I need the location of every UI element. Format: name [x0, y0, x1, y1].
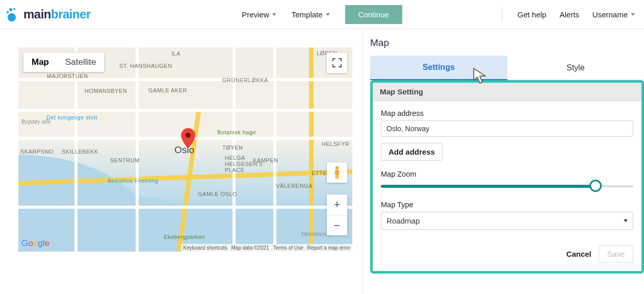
- svg-rect-7: [336, 175, 337, 179]
- template-label: Template: [292, 10, 323, 19]
- svg-point-1: [7, 11, 9, 13]
- map-poi-link[interactable]: Akershus Festning: [108, 178, 159, 184]
- panel-title: Map: [370, 37, 644, 48]
- map-label: HELGA HELGESEN'S PLACE: [225, 155, 263, 173]
- cancel-button[interactable]: Cancel: [566, 250, 591, 258]
- get-help-link[interactable]: Get help: [518, 10, 547, 19]
- map-type-toggle: Map Satellite: [23, 53, 104, 72]
- map-label: SENTRUM: [110, 157, 140, 163]
- logo[interactable]: mainbrainer: [5, 7, 91, 22]
- slider-fill: [381, 185, 596, 188]
- chevron-down-icon: [326, 13, 330, 16]
- logo-mark-icon: [5, 7, 20, 22]
- pegman-button[interactable]: [327, 162, 347, 183]
- map-label: ST. HANSHAUGEN: [119, 63, 172, 69]
- terms-link[interactable]: Terms of Use: [273, 245, 303, 251]
- slider-thumb[interactable]: [589, 180, 602, 192]
- topbar: mainbrainer Preview Template Continue Ge…: [0, 0, 644, 29]
- map-data-label: Map data ©2021: [231, 245, 269, 251]
- map-settings-box: Map Setting Map address Add address Map …: [370, 80, 644, 274]
- divider: [502, 7, 502, 21]
- fullscreen-button[interactable]: [327, 53, 347, 73]
- map-label: HOMANSBYEN: [85, 88, 127, 94]
- map-label: ILA: [171, 51, 181, 57]
- zoom-control: + −: [327, 194, 347, 235]
- map-footer: Keyboard shortcuts Map data ©2021 Terms …: [181, 244, 352, 252]
- map-label: TØYEN: [222, 144, 243, 151]
- map-tab-satellite[interactable]: Satellite: [57, 53, 104, 72]
- username-dropdown[interactable]: Username: [593, 10, 635, 19]
- map-label: MAJORSTUEN: [47, 73, 88, 79]
- map-poi-link[interactable]: Ekebergparken: [164, 234, 205, 240]
- map-tab-map[interactable]: Map: [23, 53, 57, 72]
- chevron-down-icon: [624, 219, 628, 222]
- template-dropdown[interactable]: Template: [292, 10, 330, 19]
- pegman-icon: [332, 166, 342, 179]
- logo-text-brainer: brainer: [51, 7, 91, 21]
- google-logo: Google: [21, 238, 49, 249]
- add-address-button[interactable]: Add address: [381, 143, 443, 161]
- map-label: VÅLERENGA: [276, 183, 313, 189]
- map-marker-icon[interactable]: [181, 128, 195, 151]
- map-widget[interactable]: ILA ST. HANSHAUGEN GRÜNERLØKKA MAJORSTUE…: [18, 47, 352, 252]
- report-error-link[interactable]: Report a map error: [307, 245, 350, 251]
- map-type-select[interactable]: Roadmap: [381, 212, 633, 230]
- map-address-label: Map address: [381, 109, 633, 117]
- username-label: Username: [593, 10, 628, 19]
- tab-style[interactable]: Style: [507, 56, 645, 80]
- section-heading: Map Setting: [373, 83, 641, 101]
- map-pane: ILA ST. HANSHAUGEN GRÜNERLØKKA MAJORSTUE…: [0, 29, 363, 294]
- keyboard-shortcuts-link[interactable]: Keyboard shortcuts: [183, 245, 227, 251]
- svg-rect-6: [335, 170, 339, 175]
- zoom-in-button[interactable]: +: [327, 194, 347, 215]
- map-label: GAMLE AKER: [148, 87, 187, 93]
- continue-button[interactable]: Continue: [345, 5, 402, 24]
- preview-label: Preview: [242, 10, 269, 19]
- map-label: HELSFYR: [322, 141, 349, 147]
- svg-point-0: [9, 8, 12, 11]
- logo-text-main: main: [23, 7, 51, 21]
- alerts-link[interactable]: Alerts: [559, 10, 579, 19]
- map-poi-link[interactable]: Botanisk hage: [217, 129, 256, 135]
- zoom-out-button[interactable]: −: [327, 215, 347, 235]
- map-type-value: Roadmap: [387, 216, 420, 225]
- fullscreen-icon: [332, 58, 342, 67]
- svg-rect-8: [338, 175, 339, 179]
- svg-point-5: [336, 166, 339, 170]
- chevron-down-icon: [272, 13, 276, 16]
- chevron-down-icon: [631, 13, 635, 16]
- svg-point-2: [13, 8, 15, 10]
- save-button[interactable]: Save: [599, 245, 633, 263]
- map-label: GAMLE OSLO: [198, 191, 237, 197]
- map-zoom-label: Map Zoom: [381, 170, 633, 178]
- map-type-label: Map Type: [381, 201, 633, 209]
- svg-point-3: [8, 13, 16, 21]
- main: ILA ST. HANSHAUGEN GRÜNERLØKKA MAJORSTUE…: [0, 29, 644, 294]
- panel-tabs: Settings Style: [370, 56, 644, 80]
- map-label: SKILLEBEKK: [62, 149, 98, 155]
- map-poi-link[interactable]: Det kongelige slott: [46, 114, 97, 120]
- preview-dropdown[interactable]: Preview: [242, 10, 276, 19]
- map-label: SKARPSNO: [20, 149, 54, 155]
- svg-point-4: [186, 133, 191, 138]
- top-center-nav: Preview Template Continue: [242, 5, 402, 24]
- map-address-input[interactable]: [381, 120, 633, 137]
- tab-settings[interactable]: Settings: [370, 56, 507, 80]
- top-right-nav: Get help Alerts Username: [500, 7, 635, 21]
- map-label: GRÜNERLØKKA: [222, 77, 268, 83]
- map-zoom-slider[interactable]: [381, 181, 633, 191]
- properties-panel: Map Settings Style Map Setting Map addre…: [363, 29, 644, 294]
